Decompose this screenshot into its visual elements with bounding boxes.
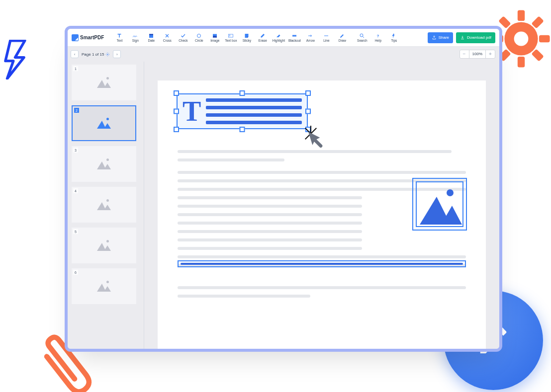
circle-icon: [196, 33, 202, 39]
cross-icon: [164, 33, 170, 39]
document-page[interactable]: T: [158, 80, 486, 349]
share-button[interactable]: Share: [428, 32, 453, 43]
tool-draw[interactable]: Draw: [335, 30, 350, 45]
tool-cross[interactable]: Cross: [160, 30, 175, 45]
resize-handle[interactable]: [305, 127, 311, 132]
mountain-icon: [97, 281, 111, 292]
page-number: 4: [73, 188, 78, 193]
subbar: ‹ Page 1 of 15 › − 100% +: [68, 47, 499, 62]
highlight-icon: [276, 33, 281, 39]
tool-sticky[interactable]: Sticky: [239, 30, 254, 45]
tool-blackout[interactable]: Blackout: [287, 30, 302, 45]
svg-point-12: [197, 34, 201, 37]
tool-arrow[interactable]: Arrow: [303, 30, 318, 45]
tool-help[interactable]: ? Help: [370, 30, 385, 45]
svg-rect-2: [518, 57, 525, 68]
gear-icon[interactable]: [105, 52, 110, 57]
text-glyph-icon: T: [183, 97, 201, 125]
thumbnail[interactable]: 5: [72, 228, 136, 263]
tool-highlight[interactable]: Highlight: [271, 30, 286, 45]
search-icon: [359, 33, 365, 39]
text-selection-box[interactable]: T: [173, 89, 312, 133]
svg-rect-1: [518, 10, 525, 21]
zoom-value: 100%: [469, 50, 486, 58]
mountain-icon: [97, 77, 111, 88]
zoom-control: − 100% +: [459, 50, 495, 59]
download-label: Download pdf: [467, 35, 491, 40]
share-label: Share: [439, 35, 449, 40]
mountain-icon: [97, 158, 111, 169]
tool-sign[interactable]: Sign: [128, 30, 143, 45]
page-number: 1: [73, 66, 78, 71]
draw-icon: [339, 33, 345, 39]
calendar-icon: [148, 33, 154, 39]
line-icon: [323, 33, 329, 39]
thumbnail[interactable]: 3: [72, 146, 136, 182]
svg-rect-14: [229, 34, 233, 37]
tool-image[interactable]: Image: [207, 30, 222, 45]
image-block[interactable]: [412, 178, 467, 231]
thumbnail-sidebar: 1 2 3 4 5 6: [68, 62, 144, 349]
prev-page-button[interactable]: ‹: [71, 50, 79, 58]
logo-icon: [72, 34, 79, 41]
brand: SmartPDF: [72, 34, 111, 41]
thumbnail[interactable]: 6: [72, 268, 136, 304]
text-icon: [116, 33, 122, 39]
resize-handle[interactable]: [240, 127, 245, 132]
svg-rect-8: [531, 49, 544, 61]
textbox-icon: [228, 33, 234, 39]
svg-rect-5: [531, 16, 544, 28]
tips-icon: [391, 33, 397, 39]
check-icon: [180, 33, 186, 39]
mountain-icon: [97, 199, 111, 210]
zoom-in-button[interactable]: +: [486, 50, 495, 58]
download-button[interactable]: Download pdf: [456, 32, 495, 43]
resize-handle[interactable]: [174, 109, 179, 114]
image-placeholder-icon: [416, 181, 463, 227]
tool-text[interactable]: Text: [112, 30, 127, 45]
toolbar: SmartPDF Text Sign Date Cross Check Circ…: [68, 29, 499, 47]
tool-line[interactable]: Line: [319, 30, 334, 45]
thumbnail[interactable]: 4: [72, 187, 136, 223]
resize-handle[interactable]: [305, 109, 311, 114]
help-icon: ?: [375, 33, 381, 39]
highlighted-line[interactable]: [178, 260, 466, 267]
sticky-icon: [244, 33, 250, 39]
resize-handle[interactable]: [174, 127, 179, 132]
page-canvas[interactable]: T: [144, 62, 499, 349]
tool-tips[interactable]: Tips: [386, 30, 401, 45]
app-window: SmartPDF Text Sign Date Cross Check Circ…: [65, 26, 502, 352]
cursor-icon: [306, 130, 326, 150]
tool-circle[interactable]: Circle: [191, 30, 206, 45]
svg-rect-4: [539, 35, 550, 42]
blackout-icon: [291, 33, 297, 39]
resize-handle[interactable]: [240, 90, 245, 96]
thumbnail[interactable]: 1: [72, 65, 136, 100]
arrow-icon: [307, 33, 313, 39]
tool-textbox[interactable]: Text box: [223, 30, 238, 45]
tool-check[interactable]: Check: [176, 30, 190, 45]
svg-text:?: ?: [377, 33, 379, 38]
zoom-out-button[interactable]: −: [460, 50, 469, 58]
svg-point-16: [360, 34, 363, 37]
brand-name: SmartPDF: [80, 35, 104, 40]
next-page-button[interactable]: ›: [113, 50, 121, 58]
page-number: 2: [74, 108, 79, 113]
page-indicator: Page 1 of 15: [82, 52, 110, 57]
page-number: 3: [73, 148, 78, 153]
signature-icon: [132, 33, 138, 39]
svg-point-9: [514, 32, 529, 46]
thumbnail[interactable]: 2: [72, 105, 136, 141]
svg-rect-11: [149, 34, 153, 35]
text-lines-icon: [206, 98, 302, 124]
download-icon: [460, 35, 465, 40]
tool-erase[interactable]: Erase: [255, 30, 270, 45]
svg-rect-15: [292, 35, 296, 36]
resize-handle[interactable]: [305, 90, 311, 96]
resize-handle[interactable]: [174, 90, 179, 96]
tool-search[interactable]: Search: [355, 30, 369, 45]
share-icon: [432, 35, 437, 40]
lightning-decoration-icon: [3, 40, 31, 79]
erase-icon: [260, 33, 266, 39]
tool-date[interactable]: Date: [144, 30, 159, 45]
